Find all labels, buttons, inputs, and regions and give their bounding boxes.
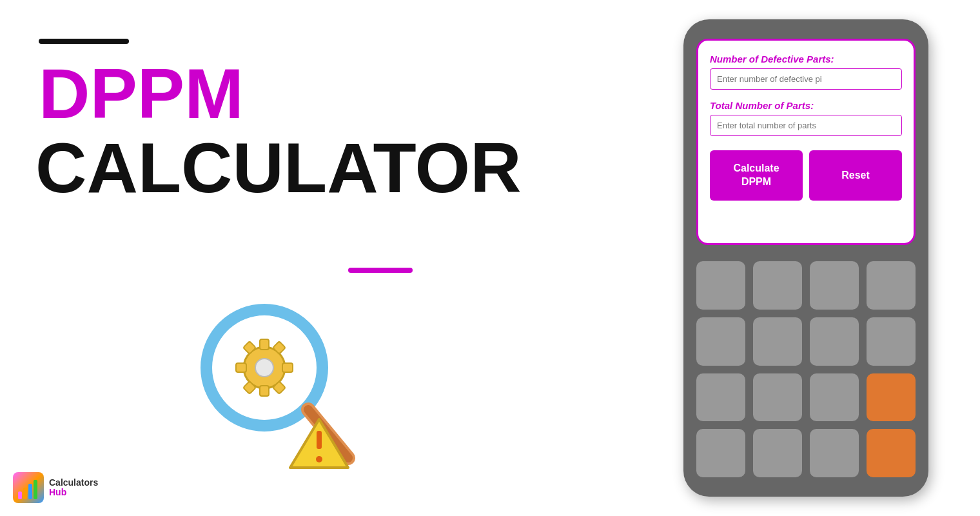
defective-parts-label: Number of Defective Parts: — [710, 54, 902, 64]
total-parts-input[interactable] — [710, 115, 902, 136]
calculator-screen: Number of Defective Parts: Total Number … — [696, 39, 916, 245]
svg-rect-19 — [28, 484, 32, 499]
logo-hub: Hub — [49, 488, 98, 497]
key-4[interactable] — [867, 261, 916, 310]
key-13[interactable] — [753, 429, 802, 477]
key-orange-1[interactable] — [867, 373, 916, 422]
mid-accent-bar — [348, 268, 413, 273]
key-7[interactable] — [810, 317, 859, 366]
key-14[interactable] — [810, 429, 859, 477]
key-3[interactable] — [810, 261, 859, 310]
total-parts-label: Total Number of Parts: — [710, 100, 902, 111]
key-5[interactable] — [696, 317, 745, 366]
svg-point-16 — [316, 456, 322, 462]
svg-point-3 — [255, 359, 273, 377]
calculator-keypad — [696, 261, 916, 477]
reset-button[interactable]: Reset — [809, 150, 902, 201]
logo-calculators: Calculators — [49, 478, 98, 488]
svg-rect-4 — [260, 339, 269, 350]
svg-rect-5 — [260, 386, 269, 396]
key-8[interactable] — [867, 317, 916, 366]
logo-text: Calculators Hub — [49, 478, 98, 498]
key-1[interactable] — [696, 261, 745, 310]
defective-parts-input[interactable] — [710, 68, 902, 90]
keypad-grid — [696, 261, 916, 477]
svg-rect-18 — [23, 488, 27, 499]
svg-rect-15 — [317, 431, 322, 449]
action-buttons: CalculateDPPM Reset — [710, 150, 902, 201]
key-2[interactable] — [753, 261, 802, 310]
svg-rect-17 — [18, 491, 22, 499]
logo-icon — [13, 472, 44, 503]
svg-rect-20 — [34, 480, 37, 499]
page-title-calculator: CALCULATOR — [35, 132, 522, 203]
top-accent-bar — [39, 39, 129, 44]
key-12[interactable] — [696, 429, 745, 477]
svg-rect-6 — [282, 363, 293, 372]
page-title-dppm: DPPM — [39, 58, 244, 129]
calculator-device: Number of Defective Parts: Total Number … — [683, 19, 928, 497]
illustration — [161, 284, 393, 490]
calculate-dppm-button[interactable]: CalculateDPPM — [710, 150, 803, 201]
key-9[interactable] — [696, 373, 745, 422]
svg-rect-7 — [236, 363, 246, 372]
key-11[interactable] — [810, 373, 859, 422]
site-logo: Calculators Hub — [13, 472, 98, 503]
key-10[interactable] — [753, 373, 802, 422]
key-orange-2[interactable] — [867, 429, 916, 477]
key-6[interactable] — [753, 317, 802, 366]
